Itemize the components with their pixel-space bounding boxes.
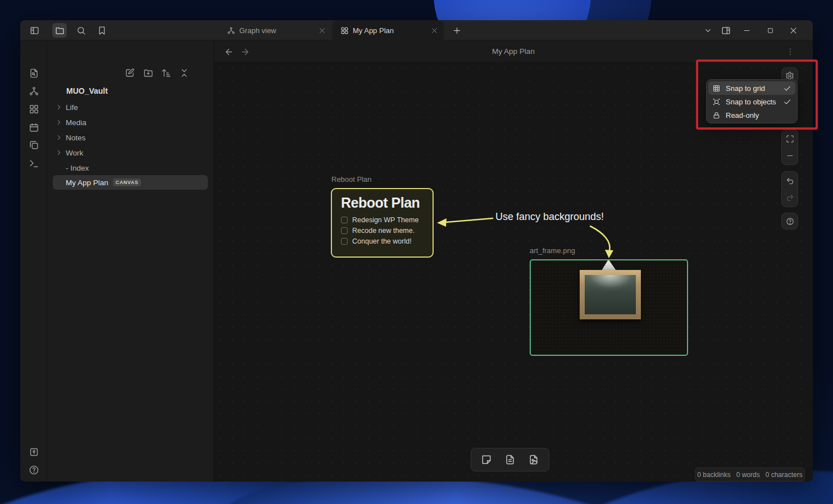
- new-tab-plus-icon[interactable]: [449, 23, 464, 38]
- checkbox[interactable]: [341, 227, 348, 234]
- zoom-fit-icon[interactable]: [782, 130, 798, 147]
- canvas-icon: [340, 26, 349, 35]
- tree-item-label: Notes: [66, 134, 85, 142]
- file-search-icon[interactable]: [27, 66, 40, 80]
- checkbox[interactable]: [341, 217, 348, 223]
- tab-my-app-plan[interactable]: My App Plan: [333, 20, 444, 40]
- zoom-panel: [781, 129, 798, 165]
- calendar-icon[interactable]: [27, 121, 40, 134]
- card-title: Reboot Plan: [341, 195, 425, 211]
- vault-icon[interactable]: [27, 445, 40, 459]
- graph-icon[interactable]: [27, 84, 40, 98]
- tab-label: Graph view: [239, 26, 276, 35]
- graph-icon: [227, 26, 235, 35]
- history-panel: [781, 171, 798, 207]
- todo-item: Recode new theme.: [341, 227, 425, 235]
- maximize-icon[interactable]: [762, 22, 778, 38]
- canvas-toolbar: [471, 448, 549, 471]
- chevron-right-icon: [55, 134, 64, 141]
- more-options-icon[interactable]: [784, 45, 797, 58]
- word-count: 0 words: [736, 471, 760, 479]
- todo-label: Conquer the world!: [352, 237, 412, 245]
- view-title: My App Plan: [214, 47, 813, 56]
- folder-icon[interactable]: [52, 23, 67, 38]
- sidebar-item-my-app-plan[interactable]: My App Plan CANVAS: [53, 175, 208, 190]
- sidebar-item-index[interactable]: - Index: [53, 161, 208, 175]
- canvas-help-icon[interactable]: [782, 213, 798, 229]
- todo-label: Recode new theme.: [352, 227, 415, 235]
- bookmark-icon[interactable]: [94, 23, 109, 38]
- templates-icon[interactable]: [27, 138, 40, 152]
- tree-item-label: Media: [66, 118, 87, 127]
- tree-item-label: My App Plan: [66, 178, 108, 187]
- new-note-icon[interactable]: [123, 66, 136, 80]
- tab-list-chevron-down-icon[interactable]: [700, 22, 716, 38]
- picture-frame-canvas: [585, 275, 636, 314]
- terminal-icon[interactable]: [27, 157, 40, 170]
- view-header: My App Plan: [214, 41, 813, 62]
- canvas-icon[interactable]: [27, 102, 40, 116]
- close-icon[interactable]: [431, 27, 438, 34]
- help-icon[interactable]: [27, 463, 40, 476]
- todo-label: Redesign WP Theme: [352, 216, 418, 224]
- sidebar-item-notes[interactable]: Notes: [53, 130, 208, 145]
- status-bar: 0 backlinks 0 words 0 characters: [695, 468, 805, 482]
- canvas-badge: CANVAS: [113, 178, 141, 186]
- tree-item-label: Life: [66, 103, 78, 112]
- picture-frame: [580, 270, 641, 319]
- new-folder-icon[interactable]: [142, 66, 155, 80]
- add-card-icon[interactable]: [477, 450, 496, 469]
- close-window-icon[interactable]: [785, 22, 801, 38]
- image-node-label: art_frame.png: [530, 246, 575, 255]
- canvas-help-panel: [781, 213, 798, 230]
- chevron-right-icon: [55, 118, 64, 126]
- zoom-out-icon[interactable]: [782, 147, 798, 164]
- tree-item-label: - Index: [66, 164, 89, 172]
- sidebar-item-life[interactable]: Life: [53, 100, 208, 114]
- reboot-plan-card[interactable]: Reboot Plan Redesign WP Theme Recode new…: [331, 188, 434, 258]
- annotation-text: Use fancy backgrounds!: [495, 211, 604, 223]
- backlinks-count[interactable]: 0 backlinks: [697, 471, 730, 479]
- add-media-icon[interactable]: [524, 450, 543, 469]
- sidebar-toggle-icon[interactable]: [27, 23, 42, 38]
- desktop-wallpaper: Graph view My App Plan: [0, 0, 833, 504]
- sort-icon[interactable]: [160, 66, 173, 80]
- art-frame-image-card[interactable]: [530, 259, 688, 356]
- right-sidebar-toggle-icon[interactable]: [718, 22, 734, 38]
- character-count: 0 characters: [766, 471, 803, 479]
- tab-graph-view[interactable]: Graph view: [219, 20, 331, 40]
- todo-item: Conquer the world!: [341, 237, 425, 245]
- obsidian-window: Graph view My App Plan: [20, 20, 813, 482]
- sidebar-item-work[interactable]: Work: [53, 145, 208, 160]
- search-icon[interactable]: [74, 23, 88, 38]
- collapse-all-icon[interactable]: [177, 66, 191, 80]
- highlight-rectangle: [696, 59, 818, 130]
- gear-icon[interactable]: [27, 481, 40, 482]
- tree-item-label: Work: [66, 149, 83, 157]
- add-note-icon[interactable]: [500, 450, 520, 469]
- card-node-label: Reboot Plan: [331, 175, 372, 184]
- undo-icon[interactable]: [782, 172, 798, 189]
- chevron-right-icon: [55, 103, 64, 111]
- vault-title[interactable]: MUO_Vault: [66, 86, 108, 95]
- close-icon[interactable]: [318, 27, 326, 34]
- titlebar: Graph view My App Plan: [20, 20, 813, 40]
- chevron-right-icon: [55, 149, 64, 157]
- todo-item: Redesign WP Theme: [341, 216, 425, 224]
- minimize-icon[interactable]: [739, 22, 754, 38]
- checkbox[interactable]: [341, 238, 348, 245]
- sidebar-item-media[interactable]: Media: [53, 115, 208, 130]
- tab-label: My App Plan: [353, 26, 394, 35]
- redo-icon[interactable]: [782, 189, 798, 206]
- left-ribbon: [20, 41, 47, 482]
- file-explorer: MUO_Vault Life Media Notes Work - Index: [47, 41, 214, 482]
